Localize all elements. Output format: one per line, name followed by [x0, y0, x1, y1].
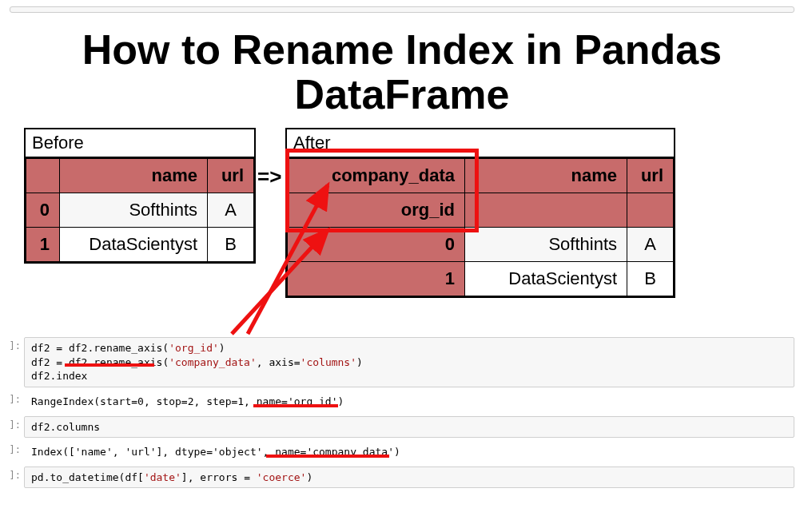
before-url-0: A: [208, 193, 254, 228]
tables-area: Before name url 0 Softhints A 1 DataScie…: [24, 126, 780, 334]
after-idx-0: 0: [288, 228, 465, 262]
cell-2-out: Index(['name', 'url'], dtype='object', n…: [24, 441, 794, 463]
topbar-strip: [10, 6, 794, 13]
cell-1-out: RangeIndex(start=0, stop=2, step=1, name…: [24, 391, 794, 413]
before-idx-0: 0: [26, 193, 60, 228]
after-blank-url: [627, 193, 674, 228]
underline-company: [266, 455, 389, 458]
cell-1: df2 = df2.rename_axis('org_id') df2 = df…: [24, 337, 794, 387]
page-title: How to Rename Index in Pandas DataFrame: [32, 27, 772, 117]
cell-2: df2.columns: [24, 416, 794, 439]
after-table-wrap: After company_data name url org_id 0 Sof…: [285, 128, 675, 298]
underline-orgid: [253, 404, 338, 407]
before-table-wrap: Before name url 0 Softhints A 1 DataScie…: [24, 128, 256, 264]
before-idx-1: 1: [26, 228, 60, 262]
before-table: name url 0 Softhints A 1 DataScientyst B: [26, 158, 254, 262]
after-idx-name: org_id: [288, 193, 465, 228]
after-caption: After: [287, 129, 674, 158]
after-hdr-url: url: [627, 159, 674, 193]
after-idx-1: 1: [288, 262, 465, 296]
underline-rename-axis: [65, 363, 154, 367]
cell-3: pd.to_datetime(df['date'], errors = 'coe…: [24, 466, 794, 489]
cell-1-out-row: ]: RangeIndex(start=0, stop=2, step=1, n…: [0, 391, 804, 413]
cell-3-row: ]: pd.to_datetime(df['date'], errors = '…: [0, 466, 804, 489]
after-hdr-name: name: [465, 159, 627, 193]
cell-2-prompt: ]:: [0, 416, 24, 431]
after-name-0: Softhints: [465, 228, 627, 262]
before-name-1: DataScientyst: [60, 228, 208, 262]
before-caption: Before: [26, 129, 254, 158]
cell-1-out-prompt: ]:: [0, 391, 24, 405]
cell-2-out-row: ]: Index(['name', 'url'], dtype='object'…: [0, 441, 804, 463]
after-name-1: DataScientyst: [465, 262, 627, 296]
before-url-1: B: [208, 228, 254, 262]
before-hdr-blank: [26, 159, 60, 193]
after-url-0: A: [627, 228, 674, 262]
after-blank-name: [465, 193, 627, 228]
before-hdr-url: url: [208, 159, 254, 193]
arrow-symbol: =>: [257, 165, 281, 189]
cell-3-prompt: ]:: [0, 466, 24, 481]
cell-1-prompt: ]:: [0, 337, 24, 351]
after-hdr-company: company_data: [288, 159, 465, 193]
after-table: company_data name url org_id 0 Softhints…: [287, 158, 674, 296]
cell-1-row: ]: df2 = df2.rename_axis('org_id') df2 =…: [0, 337, 804, 387]
before-name-0: Softhints: [60, 193, 208, 228]
cell-2-out-prompt: ]:: [0, 441, 24, 455]
cell-2-row: ]: df2.columns: [0, 416, 804, 439]
after-url-1: B: [627, 262, 674, 296]
before-hdr-name: name: [60, 159, 208, 193]
